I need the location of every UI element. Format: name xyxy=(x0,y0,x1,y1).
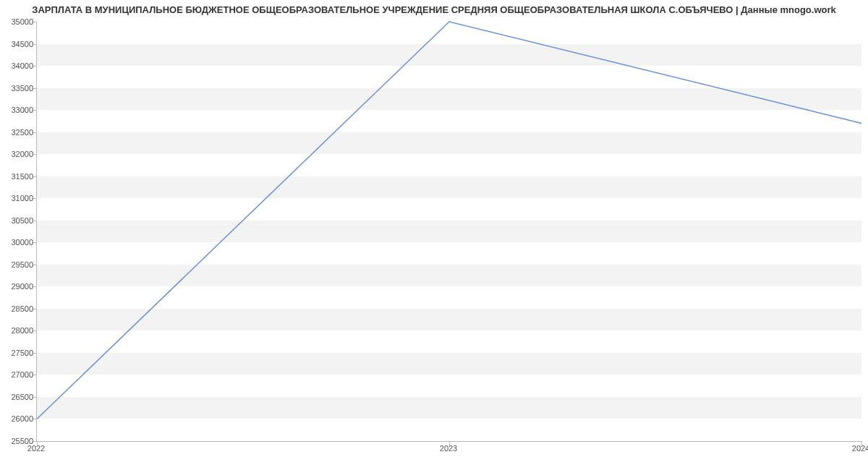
chart-container: ЗАРПЛАТА В МУНИЦИПАЛЬНОЕ БЮДЖЕТНОЕ ОБЩЕО… xyxy=(0,0,868,470)
plot-area xyxy=(36,22,861,442)
y-tick-label: 28000 xyxy=(11,326,33,335)
y-tick-label: 34500 xyxy=(11,40,33,48)
y-tick-label: 31500 xyxy=(11,172,33,181)
y-tick-label: 33000 xyxy=(11,106,33,114)
y-tick-label: 27500 xyxy=(11,349,33,357)
y-tick-label: 26000 xyxy=(11,414,33,423)
y-tick-label: 30500 xyxy=(11,216,33,225)
y-tick-label: 27000 xyxy=(11,370,33,379)
x-tick-label: 2023 xyxy=(440,444,457,453)
y-tick-label: 31000 xyxy=(11,194,33,202)
y-tick-label: 35000 xyxy=(11,17,33,26)
x-tick-label: 2024 xyxy=(852,444,868,453)
y-tick-label: 32500 xyxy=(11,128,33,137)
y-tick-label: 32000 xyxy=(11,150,33,158)
y-tick-label: 28500 xyxy=(11,304,33,313)
y-tick-label: 30000 xyxy=(11,238,33,247)
y-tick-label: 34000 xyxy=(11,61,33,70)
line-layer xyxy=(37,22,861,441)
chart-title: ЗАРПЛАТА В МУНИЦИПАЛЬНОЕ БЮДЖЕТНОЕ ОБЩЕО… xyxy=(0,4,868,15)
y-tick-label: 33500 xyxy=(11,84,33,93)
y-tick-label: 29000 xyxy=(11,282,33,291)
y-tick-label: 29500 xyxy=(11,260,33,269)
series-line xyxy=(37,22,861,419)
x-tick-label: 2022 xyxy=(27,444,45,453)
y-tick-label: 26500 xyxy=(11,393,33,401)
